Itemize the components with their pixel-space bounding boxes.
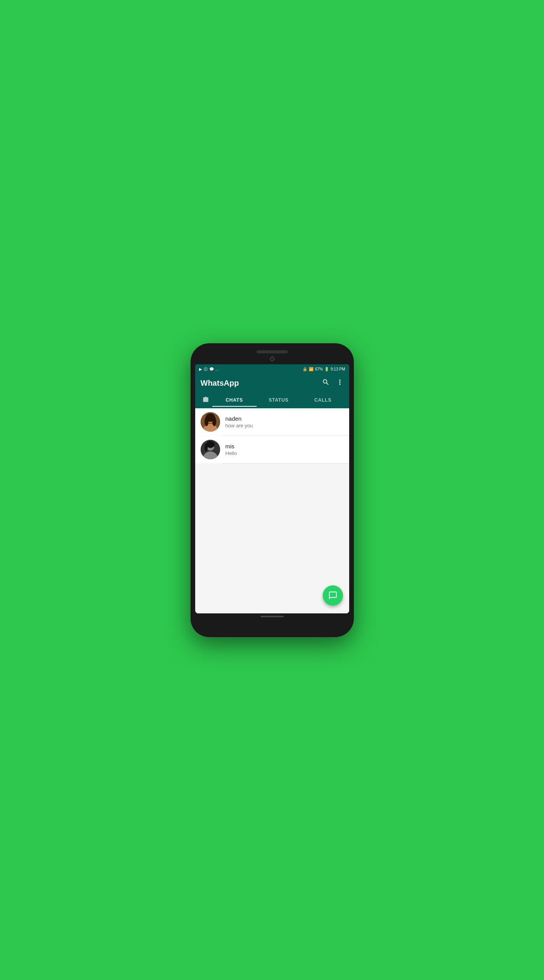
notification-icon-play: ▶ [199, 367, 202, 371]
tab-chats[interactable]: CHATS [212, 393, 257, 407]
status-bar: ▶ Ⓒ 💬 … 🔒 📶 67% 🔋 9:13 PM [195, 364, 349, 374]
tabs-bar: CHATS STATUS CALLS [195, 392, 349, 408]
chat-preview: how are you [226, 423, 344, 429]
chat-preview: Hello [226, 450, 344, 456]
notification-icon-more: … [215, 367, 219, 371]
new-chat-fab[interactable] [323, 585, 343, 606]
chat-info: naden how are you [226, 415, 344, 429]
app-header: WhatsApp [195, 374, 349, 392]
phone-device: ▶ Ⓒ 💬 … 🔒 📶 67% 🔋 9:13 PM WhatsApp [191, 343, 354, 637]
phone-home-bar [261, 616, 284, 617]
app-title: WhatsApp [201, 379, 239, 388]
header-icons [322, 378, 344, 388]
chat-divider [222, 463, 349, 464]
avatar [201, 412, 220, 432]
svg-point-5 [205, 417, 208, 426]
notification-icon-c: Ⓒ [204, 367, 208, 372]
phone-speaker [257, 350, 288, 353]
tab-calls[interactable]: CALLS [301, 393, 345, 407]
svg-point-11 [205, 444, 208, 451]
tab-status[interactable]: STATUS [257, 393, 301, 407]
battery-icon-full: 🔋 [324, 367, 329, 371]
chat-item[interactable]: naden how are you [195, 408, 349, 436]
chat-info: mis Hello [226, 443, 344, 456]
chat-name: mis [226, 443, 344, 450]
notification-icon-chat: 💬 [209, 367, 214, 371]
battery-icon: 🔒 [303, 367, 307, 371]
phone-camera [270, 357, 275, 361]
avatar [201, 440, 220, 459]
chat-name: naden [226, 415, 344, 422]
chat-item[interactable]: mis Hello [195, 436, 349, 463]
svg-point-6 [212, 417, 216, 426]
status-bar-right: 🔒 📶 67% 🔋 9:13 PM [303, 367, 345, 371]
status-bar-left: ▶ Ⓒ 💬 … [199, 367, 219, 372]
more-options-icon[interactable] [336, 378, 344, 388]
camera-tab[interactable] [199, 392, 212, 408]
phone-screen: ▶ Ⓒ 💬 … 🔒 📶 67% 🔋 9:13 PM WhatsApp [195, 364, 349, 613]
signal-icon: 📶 [309, 367, 313, 371]
time-display: 9:13 PM [331, 367, 345, 371]
search-icon[interactable] [322, 378, 330, 388]
chat-list: naden how are you mis [195, 408, 349, 613]
battery-percent: 67% [315, 367, 323, 371]
